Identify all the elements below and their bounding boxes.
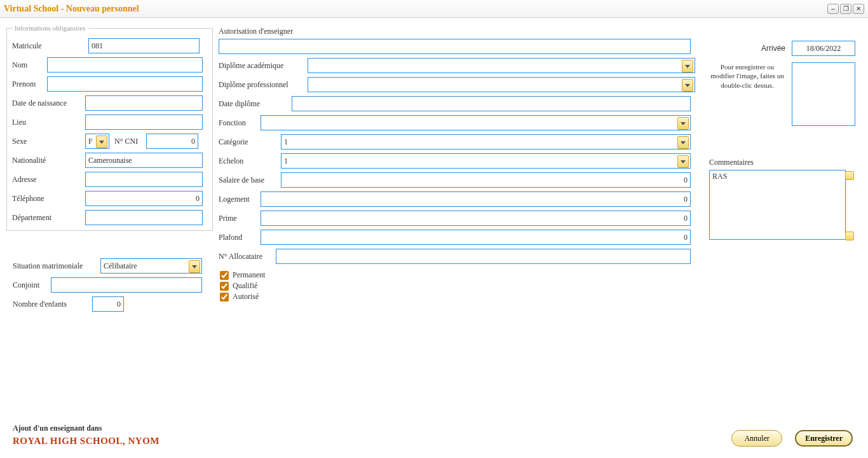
- date-dip-field[interactable]: [292, 96, 691, 111]
- titlebar: Virtual School - Nouveau personnel – ❐ ✕: [0, 0, 868, 18]
- categorie-label: Catégorie: [219, 137, 281, 147]
- dob-field[interactable]: [85, 95, 203, 111]
- fonction-select[interactable]: [261, 115, 691, 130]
- adresse-label: Adresse: [12, 175, 85, 184]
- scroll-up-icon[interactable]: [845, 171, 854, 180]
- autorise-checkbox[interactable]: [220, 293, 229, 302]
- logement-label: Logement: [219, 195, 261, 204]
- footer-line1: Ajout d'un enseignant dans: [13, 424, 159, 433]
- allocataire-field[interactable]: [276, 249, 691, 264]
- mandatory-info-group: Informations obligatoires Matricule Nom …: [6, 24, 213, 231]
- enfants-field[interactable]: [92, 296, 124, 312]
- save-button[interactable]: Enregistrer: [795, 430, 853, 447]
- qualifie-label: Qualifié: [233, 281, 257, 291]
- autorise-label: Autorisé: [233, 292, 259, 302]
- logement-field[interactable]: [261, 191, 691, 207]
- footer-school-name: ROYAL HIGH SCHOOL, NYOM: [13, 436, 159, 447]
- close-button[interactable]: ✕: [853, 4, 864, 14]
- comments-label: Commentaires: [709, 158, 855, 167]
- prenom-field[interactable]: [47, 76, 203, 92]
- footer-info: Ajout d'un enseignant dans ROYAL HIGH SC…: [13, 424, 159, 447]
- echelon-value: 1: [284, 156, 288, 166]
- prime-label: Prime: [219, 214, 261, 223]
- qualifie-checkbox[interactable]: [220, 282, 229, 291]
- telephone-field[interactable]: [85, 191, 203, 206]
- telephone-label: Téléphone: [12, 194, 85, 204]
- dip-acad-label: Diplôme académique: [219, 61, 308, 71]
- arrivee-label: Arrivée: [761, 44, 785, 53]
- lieu-label: Lieu: [12, 118, 85, 127]
- categorie-select[interactable]: 1: [281, 134, 691, 149]
- sexe-label: Sexe: [12, 137, 85, 146]
- permanent-checkbox[interactable]: [220, 271, 229, 280]
- echelon-select[interactable]: 1: [281, 153, 691, 169]
- dip-prof-select[interactable]: [308, 77, 695, 92]
- prime-field[interactable]: [261, 211, 691, 226]
- nationalite-field[interactable]: [85, 153, 203, 168]
- adresse-field[interactable]: [85, 172, 203, 187]
- situation-value: Célibataire: [104, 261, 137, 271]
- conjoint-label: Conjoint: [13, 281, 51, 290]
- auth-label: Autorisation d'enseigner: [219, 27, 695, 36]
- dip-acad-select[interactable]: [308, 58, 695, 73]
- departement-label: Département: [12, 213, 85, 223]
- enfants-label: Nombre d'enfants: [13, 300, 92, 309]
- situation-select[interactable]: Célibataire: [100, 258, 202, 274]
- matricule-label: Matricule: [12, 41, 88, 51]
- image-hint: Pour enregistrer ou modifier l'image, fa…: [709, 62, 785, 90]
- dob-label: Date de naissance: [12, 99, 85, 108]
- salaire-field[interactable]: [281, 172, 691, 188]
- cni-field[interactable]: [146, 134, 198, 149]
- plafond-field[interactable]: [261, 230, 691, 245]
- fonction-label: Fonction: [219, 118, 261, 128]
- plafond-label: Plafond: [219, 233, 261, 242]
- conjoint-field[interactable]: [51, 277, 202, 293]
- date-dip-label: Date diplôme: [219, 99, 292, 109]
- matricule-field[interactable]: [88, 38, 200, 53]
- arrivee-field[interactable]: [792, 41, 855, 56]
- auth-field[interactable]: [219, 39, 691, 54]
- cni-label: N° CNI: [114, 137, 146, 146]
- categorie-value: 1: [284, 137, 288, 147]
- photo-box[interactable]: [792, 62, 855, 126]
- prenom-label: Prenom: [12, 80, 47, 89]
- minimize-button[interactable]: –: [827, 4, 839, 14]
- window-title: Virtual School - Nouveau personnel: [4, 4, 827, 14]
- cancel-button[interactable]: Annuler: [731, 430, 782, 447]
- departement-field[interactable]: [85, 210, 203, 225]
- salaire-label: Salaire de base: [219, 176, 281, 185]
- nom-label: Nom: [12, 60, 47, 70]
- maximize-button[interactable]: ❐: [840, 4, 851, 14]
- dip-prof-label: Diplôme professionnel: [219, 80, 308, 90]
- nom-field[interactable]: [47, 57, 203, 73]
- comments-field[interactable]: [709, 170, 846, 240]
- echelon-label: Echelon: [219, 156, 281, 166]
- allocataire-label: N° Allocataire: [219, 252, 276, 261]
- nationalite-label: Nationalité: [12, 156, 85, 165]
- mandatory-legend: Informations obligatoires: [12, 24, 88, 32]
- sexe-value: F: [88, 137, 93, 146]
- sexe-select[interactable]: F: [85, 134, 109, 149]
- permanent-label: Permanent: [233, 270, 265, 280]
- lieu-field[interactable]: [85, 114, 203, 130]
- scroll-down-icon[interactable]: [845, 232, 854, 240]
- situation-label: Situation matrimoniale: [13, 261, 100, 271]
